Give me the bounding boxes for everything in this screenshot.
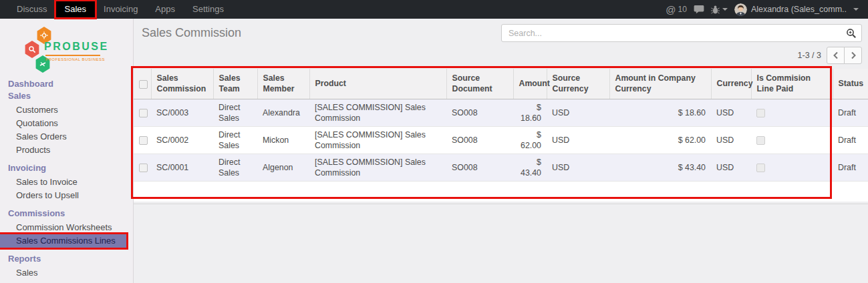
logo-magnifier-icon	[24, 41, 40, 58]
cell-amount[interactable]: $ 18.60	[513, 99, 547, 126]
topnav-sales[interactable]: Sales	[56, 1, 96, 17]
topbar-nav: DiscussSalesInvoicingAppsSettings	[0, 0, 233, 19]
user-menu[interactable]: Alexandra (Sales_comm..	[734, 3, 859, 16]
page-title: Sales Commission	[142, 26, 241, 40]
topnav-settings[interactable]: Settings	[184, 0, 233, 19]
row-select-cell	[134, 99, 151, 126]
col-source-document[interactable]: Source Document	[446, 69, 513, 99]
cell-team[interactable]: Direct Sales	[213, 99, 257, 126]
main-content: Sales Commission 1-3 / 3 Sa	[134, 19, 868, 283]
sidebar-item-products[interactable]: Products	[0, 144, 126, 157]
cell-amount-company[interactable]: $ 18.60	[609, 99, 711, 126]
col-source-currency[interactable]: Source Currency	[547, 69, 609, 99]
user-avatar	[734, 3, 747, 16]
is-paid-checkbox	[756, 136, 765, 145]
cell-amount-company[interactable]: $ 62.00	[609, 126, 711, 154]
pager: 1-3 / 3	[798, 47, 862, 64]
select-all-checkbox[interactable]	[139, 80, 148, 89]
row-checkbox[interactable]	[139, 164, 148, 172]
brand-name: PROBUSE	[44, 41, 109, 53]
row-checkbox[interactable]	[139, 109, 148, 117]
cell-amount[interactable]: $ 43.40	[513, 154, 547, 181]
sidebar-item-commission-worksheets[interactable]: Commission Worksheets	[0, 221, 126, 234]
table-row[interactable]: SC/0003Direct SalesAlexandra[SALES COMMI…	[134, 99, 868, 126]
topnav-discuss[interactable]: Discuss	[8, 0, 56, 19]
col-sales-team[interactable]: Sales Team	[213, 69, 257, 99]
chevron-down-icon	[853, 8, 859, 11]
sidebar-section-dashboard[interactable]: Dashboard	[0, 79, 126, 89]
col-amount-in-company-currency[interactable]: Amount in Company Currency	[609, 69, 711, 99]
sidebar-item-quotations[interactable]: Quotations	[0, 117, 126, 130]
cell-paid[interactable]	[751, 99, 833, 126]
mentions-count: 10	[678, 5, 687, 14]
cell-source-document[interactable]: SO008	[446, 99, 513, 126]
cell-product[interactable]: [SALES COMMISSION] Sales Commission	[309, 154, 446, 181]
col-sales-commission[interactable]: Sales Commission	[151, 69, 213, 99]
sidebar-item-sales-commissions-lines[interactable]: Sales Commissions Lines	[0, 234, 126, 248]
sidebar-item-sales-to-invoice[interactable]: Sales to Invoice	[0, 176, 126, 189]
user-name: Alexandra (Sales_comm..	[751, 5, 847, 14]
search-input[interactable]	[501, 24, 862, 42]
debug-menu[interactable]	[711, 5, 728, 15]
cell-source-currency[interactable]: USD	[547, 154, 609, 181]
topnav-apps[interactable]: Apps	[146, 0, 184, 19]
messages-icon[interactable]	[694, 5, 704, 14]
cell-source-document[interactable]: SO008	[446, 126, 513, 154]
cell-currency[interactable]: USD	[711, 126, 751, 154]
cell-source-document[interactable]: SO008	[446, 154, 513, 181]
topbar-right: @ 10	[666, 3, 868, 16]
cell-source-currency[interactable]: USD	[547, 99, 609, 126]
cell-product[interactable]: [SALES COMMISSION] Sales Commission	[309, 126, 446, 154]
col-is-commision-line-paid[interactable]: Is Commision Line Paid	[751, 69, 833, 99]
col-product[interactable]: Product	[309, 69, 446, 99]
pager-next-button[interactable]	[844, 47, 862, 64]
table-header-row: Sales CommissionSales TeamSales MemberPr…	[134, 69, 868, 99]
cell-status[interactable]: Draft	[833, 126, 868, 154]
cell-paid[interactable]	[751, 154, 833, 181]
sidebar-section-reports[interactable]: Reports	[0, 254, 126, 264]
is-paid-checkbox	[756, 109, 765, 117]
cell-name[interactable]: SC/0002	[151, 126, 213, 154]
cell-source-currency[interactable]: USD	[547, 126, 609, 154]
list-view: Sales CommissionSales TeamSales MemberPr…	[134, 69, 868, 202]
cell-member[interactable]: Algenon	[257, 154, 309, 181]
sidebar-section-invoicing[interactable]: Invoicing	[0, 163, 126, 174]
pager-previous-button[interactable]	[827, 47, 845, 64]
col-amount[interactable]: Amount	[513, 69, 547, 99]
topnav-invoicing[interactable]: Invoicing	[95, 0, 146, 19]
cell-paid[interactable]	[751, 126, 833, 154]
cell-team[interactable]: Direct Sales	[213, 154, 257, 181]
search-icon[interactable]	[846, 28, 857, 41]
cell-team[interactable]: Direct Sales	[213, 126, 257, 154]
chevron-down-icon	[722, 8, 728, 11]
brand-tagline: PROFESSIONAL BUSINESS	[45, 55, 100, 61]
cell-status[interactable]: Draft	[833, 154, 868, 181]
table-body: SC/0003Direct SalesAlexandra[SALES COMMI…	[134, 99, 868, 181]
cell-amount-company[interactable]: $ 43.40	[609, 154, 711, 181]
mentions-counter[interactable]: @ 10	[666, 4, 687, 15]
sidebar-item-customers[interactable]: Customers	[0, 103, 126, 117]
col-sales-member[interactable]: Sales Member	[257, 69, 309, 99]
cell-currency[interactable]: USD	[711, 99, 751, 126]
cell-status[interactable]: Draft	[833, 99, 868, 126]
search-bar	[501, 24, 862, 42]
cell-currency[interactable]: USD	[711, 154, 751, 181]
cell-name[interactable]: SC/0003	[151, 99, 213, 126]
sidebar-item-sales[interactable]: Sales	[0, 266, 126, 280]
table-row[interactable]: SC/0001Direct SalesAlgenon[SALES COMMISS…	[134, 154, 868, 181]
table-row[interactable]: SC/0002Direct SalesMickon[SALES COMMISSI…	[134, 126, 868, 154]
sidebar-section-sales[interactable]: Sales	[0, 91, 126, 101]
cell-member[interactable]: Mickon	[257, 126, 309, 154]
app-logo: PROBUSE PROFESSIONAL BUSINESS	[19, 27, 119, 75]
cell-name[interactable]: SC/0001	[151, 154, 213, 181]
cell-member[interactable]: Alexandra	[257, 99, 309, 126]
row-checkbox[interactable]	[139, 136, 148, 145]
col-currency[interactable]: Currency	[711, 69, 751, 99]
sidebar-nav: DashboardSalesCustomersQuotationsSales O…	[0, 79, 126, 280]
col-status[interactable]: Status	[833, 69, 868, 99]
sidebar-section-commissions[interactable]: Commissions	[0, 208, 126, 219]
sidebar-item-sales-orders[interactable]: Sales Orders	[0, 130, 126, 144]
cell-product[interactable]: [SALES COMMISSION] Sales Commission	[309, 99, 446, 126]
sidebar-item-orders-to-upsell[interactable]: Orders to Upsell	[0, 189, 126, 202]
cell-amount[interactable]: $ 62.00	[513, 126, 547, 154]
